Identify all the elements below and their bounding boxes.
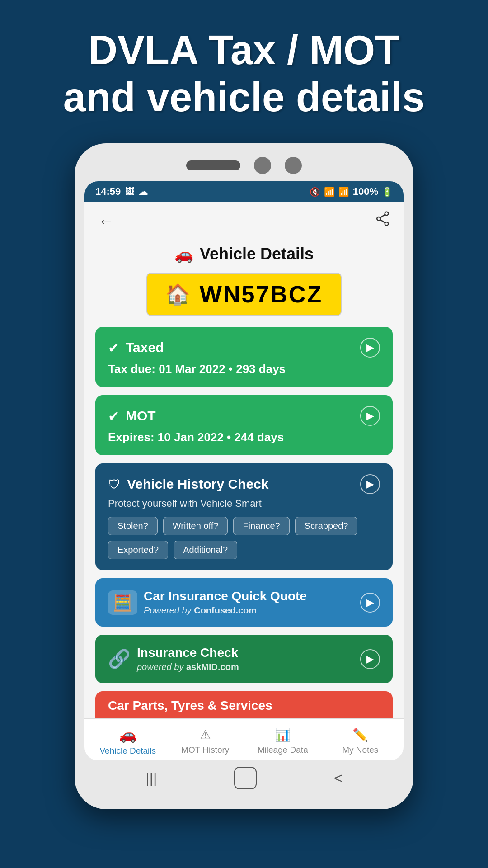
cloud-icon: ☁ <box>139 186 148 197</box>
phone-camera <box>254 157 271 174</box>
app-content: 🚗 Vehicle Details 🏠 WN57BCZ ✔ Taxe <box>84 240 404 718</box>
history-chevron[interactable]: ▶ <box>360 474 380 494</box>
mot-history-icon: ⚠ <box>200 727 211 742</box>
page-header: DVLA Tax / MOT and vehicle details <box>27 0 461 143</box>
nav-vehicle-details[interactable]: 🚗 Vehicle Details <box>89 726 167 756</box>
plate-number: WN57BCZ <box>200 281 323 308</box>
taxed-card[interactable]: ✔ Taxed ▶ Tax due: 01 Mar 2022 • 293 day… <box>95 327 393 387</box>
wifi-icon: 📶 <box>324 187 335 197</box>
phone-screen: 14:59 🖼 ☁ 🔇 📶 📶 100% 🔋 ← <box>84 181 404 760</box>
header-title-line1: DVLA Tax / MOT <box>88 28 400 73</box>
shield-icon: 🛡 <box>108 477 121 492</box>
vehicle-details-icon: 🚗 <box>119 726 137 743</box>
mot-card[interactable]: ✔ MOT ▶ Expires: 10 Jan 2022 • 244 days <box>95 395 393 455</box>
nav-my-notes-label: My Notes <box>342 745 378 755</box>
gesture-recents: < <box>334 771 343 785</box>
phone-frame: 14:59 🖼 ☁ 🔇 📶 📶 100% 🔋 ← <box>75 143 413 809</box>
gesture-back: ||| <box>145 771 157 785</box>
tag-additional[interactable]: Additional? <box>174 541 237 559</box>
car-parts-card[interactable]: Car Parts, Tyres & Services <box>95 691 393 718</box>
history-check-title: Vehicle History Check <box>127 476 268 492</box>
plate-container: 🏠 WN57BCZ <box>95 273 393 316</box>
garage-icon: 🏠 <box>165 283 192 306</box>
mot-chevron[interactable]: ▶ <box>360 406 380 426</box>
phone-top-bar <box>84 157 404 174</box>
status-bar: 14:59 🖼 ☁ 🔇 📶 📶 100% 🔋 <box>84 181 404 202</box>
mileage-data-icon: 📊 <box>275 727 291 742</box>
calculator-icon: 🧮 <box>108 590 137 615</box>
insurance-check-title: Insurance Check <box>137 646 239 660</box>
tag-exported[interactable]: Exported? <box>108 541 168 559</box>
check-icon: ✔ <box>108 340 119 356</box>
battery-label: 100% <box>353 186 378 198</box>
tag-finance[interactable]: Finance? <box>233 517 289 535</box>
nav-mot-history[interactable]: ⚠ MOT History <box>167 727 244 755</box>
insurance-check-card[interactable]: 🔗 Insurance Check powered by askMID.com … <box>95 635 393 683</box>
nav-mileage-data[interactable]: 📊 Mileage Data <box>244 727 322 755</box>
nav-mileage-data-label: Mileage Data <box>258 745 308 755</box>
status-time: 14:59 <box>95 186 121 198</box>
back-button[interactable]: ← <box>98 212 114 231</box>
taxed-title: Taxed <box>126 340 164 355</box>
page-title: 🚗 Vehicle Details <box>95 240 393 273</box>
nav-my-notes[interactable]: ✏️ My Notes <box>322 727 399 755</box>
mot-check-icon: ✔ <box>108 408 119 424</box>
nav-mot-history-label: MOT History <box>181 745 229 755</box>
license-plate: 🏠 WN57BCZ <box>146 273 342 316</box>
history-check-tags: Stolen? Written off? Finance? Scrapped? … <box>108 517 380 559</box>
svg-line-3 <box>380 214 385 218</box>
photo-icon: 🖼 <box>125 187 134 197</box>
signal-icon: 📶 <box>338 187 349 197</box>
insurance-quote-chevron[interactable]: ▶ <box>360 593 380 613</box>
gesture-home[interactable] <box>234 767 257 789</box>
history-check-card[interactable]: 🛡 Vehicle History Check ▶ Protect yourse… <box>95 463 393 570</box>
mot-detail: Expires: 10 Jan 2022 • 244 days <box>108 430 380 444</box>
header-title-line2: and vehicle details <box>63 75 425 120</box>
insurance-check-powered: powered by askMID.com <box>137 662 239 672</box>
phone-gesture-bar: ||| < <box>84 760 404 796</box>
my-notes-icon: ✏️ <box>352 727 368 742</box>
mute-icon: 🔇 <box>310 187 320 197</box>
taxed-chevron[interactable]: ▶ <box>360 338 380 358</box>
insurance-quote-powered: Powered by Confused.com <box>144 605 307 616</box>
tag-scrapped[interactable]: Scrapped? <box>295 517 358 535</box>
tag-stolen[interactable]: Stolen? <box>108 517 158 535</box>
app-bar: ← <box>84 202 404 240</box>
phone-camera2 <box>285 157 302 174</box>
tag-written-off[interactable]: Written off? <box>163 517 228 535</box>
insurance-check-chevron[interactable]: ▶ <box>360 649 380 669</box>
phone-speaker <box>186 160 240 170</box>
insurance-quote-card[interactable]: 🧮 Car Insurance Quick Quote Powered by C… <box>95 578 393 627</box>
share-button[interactable] <box>376 211 390 231</box>
mot-title: MOT <box>126 408 156 424</box>
insurance-quote-title: Car Insurance Quick Quote <box>144 589 307 604</box>
history-check-desc: Protect yourself with Vehicle Smart <box>108 498 380 509</box>
car-icon: 🚗 <box>174 245 193 263</box>
car-parts-title: Car Parts, Tyres & Services <box>108 698 380 713</box>
taxed-detail: Tax due: 01 Mar 2022 • 293 days <box>108 362 380 376</box>
battery-icon: 🔋 <box>382 187 393 197</box>
svg-line-4 <box>380 220 385 223</box>
nav-vehicle-details-label: Vehicle Details <box>99 746 156 756</box>
bottom-nav: 🚗 Vehicle Details ⚠ MOT History 📊 Mileag… <box>84 718 404 760</box>
link-icon: 🔗 <box>108 648 131 670</box>
